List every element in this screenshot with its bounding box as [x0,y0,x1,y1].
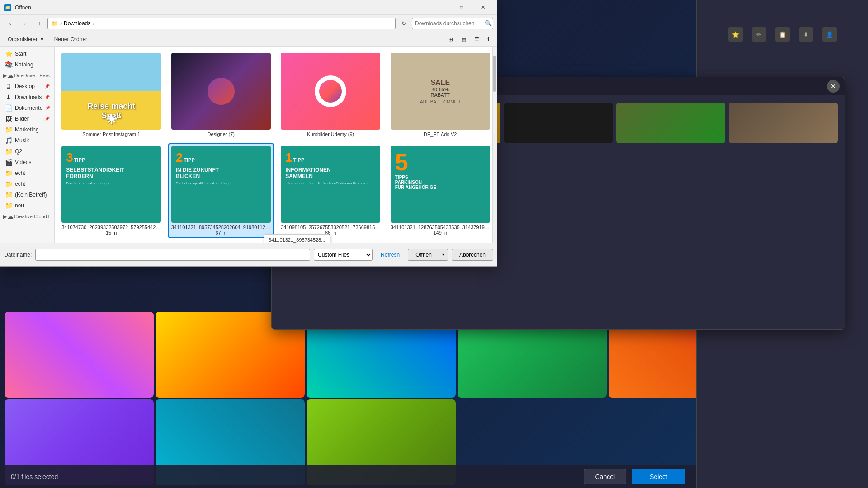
pin-icon-4: 📌 [45,117,50,121]
new-folder-button[interactable]: Neuer Ordner [51,33,91,45]
files-selected-label: 0/1 files selected [11,473,58,480]
open-button[interactable]: Öffnen [408,249,439,261]
organize-label: Organisieren [8,36,39,42]
abbrechen-button[interactable]: Abbrechen [452,249,493,261]
file-thumb-designer [171,53,271,130]
pin-icon-2: 📌 [45,95,50,99]
sidebar-musik-label: Musik [15,137,29,144]
sidebar-item-q2[interactable]: 📁 Q2 [1,146,53,157]
rp-icon-2[interactable]: ✏ [752,27,766,42]
file-tooltip: 341101321_895734528... JPEG-Datei 1034 ×… [264,234,330,243]
filetype-select[interactable]: Custom Files All Files [314,249,373,261]
star-icon: ⭐ [5,50,12,57]
sidebar-start-label: Start [15,51,26,57]
up-button[interactable]: ↑ [33,17,46,30]
file-item-kursbilder[interactable]: Kursbilder Udemy (9) [278,50,384,140]
sidebar-neu-label: neu [15,202,24,209]
view-info[interactable]: ℹ [484,33,493,45]
sidebar-item-neu[interactable]: 📁 neu [1,200,53,211]
file-item-tipp2[interactable]: 2 TIPP IN DIE ZUKUNFTBLICKEN Die Lebensq… [168,143,274,238]
modal-close-button[interactable]: ✕ [827,80,840,93]
sidebar-keinbetreff-label: (Kein Betreff) [15,192,47,198]
rp-icon-5[interactable]: 👤 [822,27,837,42]
dialog-body: ⭐ Start 📚 Katalog ▶ ☁ OneDrive - Pers 🖥 … [0,47,497,243]
back-button[interactable]: ‹ [4,17,17,30]
modal-thumb-4[interactable] [616,103,725,143]
refresh-button[interactable]: Refresh [376,249,404,261]
view-medium-icons[interactable]: ▦ [458,33,470,45]
dialog-title: Öffnen [15,5,31,11]
scroll-thumb[interactable] [493,56,496,92]
sidebar-item-dokumente[interactable]: 📄 Dokumente 📌 [1,103,53,113]
search-icon: 🔍 [485,20,492,27]
modal-thumb-5[interactable] [729,103,838,143]
video-icon: 🎬 [5,159,12,166]
file-item-tipp5[interactable]: 5 TIPPSPARKINSONFÜR ANGEHÖRIGE 341101321… [387,143,494,238]
catalog-icon: 📚 [5,61,12,68]
open-arrow-button[interactable]: ▾ [439,249,448,261]
view-list[interactable]: ☰ [471,33,483,45]
maximize-button[interactable]: □ [451,0,472,15]
sidebar-desktop-label: Desktop [15,83,35,89]
creative-cloud-icon: ☁ [7,213,14,220]
breadcrumb[interactable]: 📁 › Downloads › [47,18,396,29]
file-name-sommer: Sommer Post Instagram 1 [82,131,140,137]
music-icon: 🎵 [5,137,12,144]
search-input[interactable] [415,20,483,27]
file-grid: Reise macht Spaß ☀ Sommer Post Instagram… [58,50,493,238]
file-area: Reise macht Spaß ☀ Sommer Post Instagram… [55,47,497,243]
modal-thumb-3[interactable] [504,103,613,143]
address-bar: ‹ › ↑ 📁 › Downloads › ↻ 🔍 [0,15,497,32]
file-item-designer[interactable]: Designer (7) [168,50,274,140]
download-icon: ⬇ [5,94,12,101]
sidebar-item-kein-betreff[interactable]: 📁 (Kein Betreff) [1,189,53,200]
sidebar-group-onedrive[interactable]: ▶ ☁ OneDrive - Pers [0,70,54,81]
sidebar-item-katalog[interactable]: 📚 Katalog [1,59,53,70]
file-name-designer: Designer (7) [207,131,235,137]
sidebar-onedrive-label: OneDrive - Pers [14,73,50,78]
sidebar-item-echt-1[interactable]: 📁 echt [1,168,53,178]
select-app-button[interactable]: Select [632,469,685,484]
file-item-tipp3[interactable]: 3 TIPP SELBSTSTÄNDIGKEITFÖRDERN Das Lebe… [58,143,165,238]
sidebar-item-musik[interactable]: 🎵 Musik [1,135,53,146]
rp-icon-1[interactable]: ⭐ [728,27,743,42]
search-box[interactable]: 🔍 [412,18,493,29]
sidebar-item-videos[interactable]: 🎬 Videos [1,157,53,168]
sidebar-videos-label: Videos [15,159,31,165]
title-controls: ─ □ ✕ [430,0,493,15]
rp-icon-3[interactable]: 📋 [775,27,790,42]
sidebar-item-echt-2[interactable]: 📁 echt [1,178,53,189]
scrollbar[interactable] [492,47,497,243]
cancel-app-button[interactable]: Cancel [584,469,626,484]
file-thumb-kursbilder [281,53,380,130]
rp-icon-4[interactable]: ⬇ [799,27,813,42]
sidebar-group-creative[interactable]: ▶ ☁ Creative Cloud l [0,211,54,222]
filename-input[interactable] [35,249,310,261]
view-large-icons[interactable]: ⊞ [445,33,457,45]
sidebar-item-downloads[interactable]: ⬇ Downloads 📌 [1,92,53,103]
right-panel-icons: ⭐ ✏ 📋 ⬇ 👤 [728,27,837,42]
toolbar: Organisieren ▾ Neuer Ordner ⊞ ▦ ☰ ℹ [0,32,497,47]
minimize-button[interactable]: ─ [430,0,451,15]
bg-thumb-1 [5,312,154,398]
file-item-tipp1[interactable]: 1 TIPP INFORMATIONENSAMMELN Informatione… [278,143,384,238]
dialog-bottom: Dateiname: Custom Files All Files Refres… [0,243,497,266]
sidebar-item-bilder[interactable]: 🖼 Bilder 📌 [1,113,53,124]
file-thumb-de-fb: SALE 40-65%RABATT AUF BADEZIMMER [391,53,490,130]
file-item-de-fb[interactable]: SALE 40-65%RABATT AUF BADEZIMMER DE_FB A… [387,50,494,140]
file-thumb-tipp5: 5 TIPPSPARKINSONFÜR ANGEHÖRIGE [391,146,490,223]
title-bar: 📁 Öffnen ─ □ ✕ [0,0,497,15]
close-button[interactable]: ✕ [472,0,493,15]
breadcrumb-path: Downloads [64,20,90,27]
refresh-nav-button[interactable]: ↻ [397,17,410,30]
organize-button[interactable]: Organisieren ▾ [4,33,47,45]
folder-icon-1: 📁 [5,126,12,133]
sidebar-item-start[interactable]: ⭐ Start [1,48,53,59]
sidebar-item-marketing[interactable]: 📁 Marketing [1,124,53,135]
sidebar-echt1-label: echt [15,170,25,176]
forward-button[interactable]: › [19,17,31,30]
sidebar-item-desktop[interactable]: 🖥 Desktop 📌 [1,81,53,92]
sidebar-creative-label: Creative Cloud l [14,214,49,219]
sidebar-downloads-label: Downloads [15,94,42,100]
file-item-sommer[interactable]: Reise macht Spaß ☀ Sommer Post Instagram… [58,50,165,140]
